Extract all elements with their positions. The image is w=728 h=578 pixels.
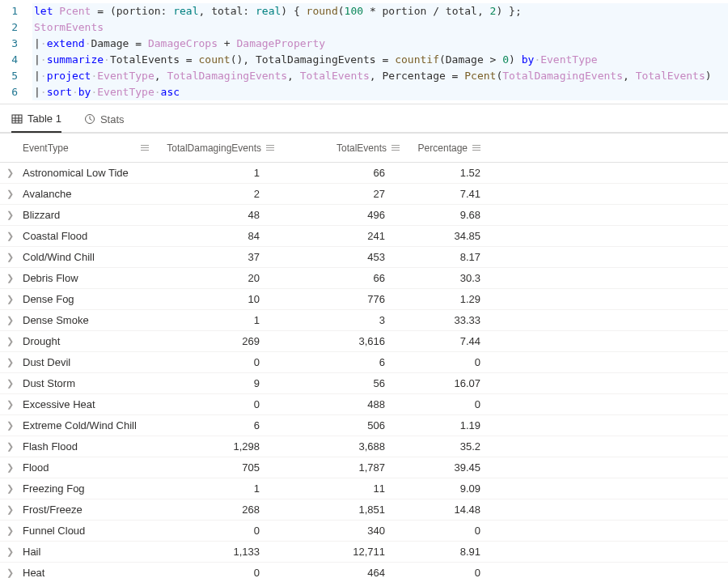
cell-eventtype: Dust Storm — [19, 377, 157, 389]
query-editor[interactable]: 1let Pcent = (portion: real, total: real… — [0, 0, 728, 104]
expand-chevron-icon[interactable]: ❯ — [0, 294, 19, 304]
cell-eventtype: Dust Devil — [19, 356, 157, 368]
expand-chevron-icon[interactable]: ❯ — [0, 336, 19, 346]
table-row[interactable]: ❯Dense Smoke1333.33 — [0, 310, 728, 331]
table-row[interactable]: ❯Cold/Wind Chill374538.17 — [0, 247, 728, 268]
cell-totaldamaging: 0 — [157, 356, 282, 368]
table-row[interactable]: ❯Excessive Heat04880 — [0, 394, 728, 415]
table-row[interactable]: ❯Flood7051,78739.45 — [0, 457, 728, 478]
cell-totalevents: 3,688 — [282, 440, 408, 453]
cell-totaldamaging: 20 — [157, 272, 282, 284]
expand-chevron-icon[interactable]: ❯ — [0, 504, 19, 515]
expand-chevron-icon[interactable]: ❯ — [0, 399, 19, 410]
code-line[interactable]: 4|·summarize·TotalEvents = count(), Tota… — [0, 52, 728, 68]
table-row[interactable]: ❯Dense Fog107761.29 — [0, 289, 728, 310]
cell-totaldamaging: 9 — [157, 377, 282, 389]
code-line[interactable]: 1let Pcent = (portion: real, total: real… — [0, 3, 728, 19]
cell-eventtype: Astronomical Low Tide — [19, 167, 157, 179]
cell-totalevents: 6 — [282, 356, 408, 368]
cell-totaldamaging: 1 — [157, 314, 282, 326]
column-menu-icon[interactable] — [472, 143, 482, 153]
table-row[interactable]: ❯Blizzard484969.68 — [0, 205, 728, 226]
column-menu-icon[interactable] — [392, 143, 401, 153]
cell-totalevents: 66 — [282, 167, 408, 179]
cell-totalevents: 66 — [282, 272, 408, 284]
expand-chevron-icon[interactable]: ❯ — [0, 567, 19, 578]
table-row[interactable]: ❯Frost/Freeze2681,85114.48 — [0, 499, 728, 521]
cell-totaldamaging: 10 — [157, 293, 282, 305]
expand-chevron-icon[interactable]: ❯ — [0, 231, 19, 241]
expand-chevron-icon[interactable]: ❯ — [0, 420, 19, 431]
cell-totalevents: 464 — [282, 567, 408, 578]
expand-chevron-icon[interactable]: ❯ — [0, 357, 19, 368]
cell-totalevents: 241 — [282, 230, 408, 242]
code-content[interactable]: |·project·EventType, TotalDamagingEvents… — [32, 68, 728, 84]
column-header-eventtype[interactable]: EventType — [19, 142, 157, 154]
table-row[interactable]: ❯Astronomical Low Tide1661.52 — [0, 163, 728, 184]
column-header-totaldamaging-label: TotalDamagingEvents — [167, 142, 261, 154]
cell-totalevents: 453 — [282, 251, 408, 263]
table-row[interactable]: ❯Extreme Cold/Wind Chill65061.19 — [0, 415, 728, 436]
cell-totaldamaging: 1 — [157, 482, 282, 495]
code-content[interactable]: |·summarize·TotalEvents = count(), Total… — [32, 52, 728, 68]
cell-percentage: 0 — [408, 356, 489, 368]
code-content[interactable]: let Pcent = (portion: real, total: real)… — [32, 3, 728, 19]
table-row[interactable]: ❯Dust Devil060 — [0, 352, 728, 373]
cell-eventtype: Coastal Flood — [19, 230, 157, 242]
expand-chevron-icon[interactable]: ❯ — [0, 315, 19, 325]
column-menu-icon[interactable] — [141, 143, 150, 153]
column-header-percentage[interactable]: Percentage — [408, 142, 489, 154]
expand-chevron-icon[interactable]: ❯ — [0, 189, 19, 199]
table-row[interactable]: ❯Drought2693,6167.44 — [0, 331, 728, 352]
column-header-totalevents[interactable]: TotalEvents — [282, 142, 408, 154]
table-row[interactable]: ❯Debris Flow206630.3 — [0, 268, 728, 289]
tab-table1[interactable]: Table 1 — [11, 113, 61, 133]
cell-eventtype: Excessive Heat — [19, 398, 157, 410]
table-row[interactable]: ❯Avalanche2277.41 — [0, 184, 728, 205]
cell-totalevents: 496 — [282, 209, 408, 221]
expand-chevron-icon[interactable]: ❯ — [0, 378, 19, 389]
code-line[interactable]: 6|·sort·by·EventType·asc — [0, 84, 728, 100]
code-line[interactable]: 3|·extend·Damage = DamageCrops + DamageP… — [0, 36, 728, 52]
table-row[interactable]: ❯Flash Flood1,2983,68835.2 — [0, 436, 728, 457]
cell-eventtype: Flood — [19, 461, 157, 474]
table-row[interactable]: ❯Hail1,13312,7118.91 — [0, 542, 728, 563]
expand-chevron-icon[interactable]: ❯ — [0, 210, 19, 220]
cell-totalevents: 340 — [282, 525, 408, 537]
cell-totaldamaging: 1 — [157, 167, 282, 179]
cell-percentage: 1.29 — [408, 293, 489, 305]
cell-percentage: 7.41 — [408, 188, 489, 200]
column-header-totaldamaging[interactable]: TotalDamagingEvents — [157, 142, 282, 154]
cell-eventtype: Funnel Cloud — [19, 525, 157, 537]
expand-chevron-icon[interactable]: ❯ — [0, 525, 19, 536]
cell-percentage: 7.44 — [408, 335, 489, 347]
svg-rect-0 — [12, 115, 22, 123]
expand-chevron-icon[interactable]: ❯ — [0, 273, 19, 283]
expand-chevron-icon[interactable]: ❯ — [0, 483, 19, 494]
cell-percentage: 1.19 — [408, 419, 489, 431]
table-row[interactable]: ❯Dust Storm95616.07 — [0, 373, 728, 394]
expand-chevron-icon[interactable]: ❯ — [0, 168, 19, 178]
table-row[interactable]: ❯Funnel Cloud03400 — [0, 521, 728, 542]
table-row[interactable]: ❯Freezing Fog1119.09 — [0, 478, 728, 499]
cell-percentage: 1.52 — [408, 167, 489, 179]
cell-eventtype: Flash Flood — [19, 440, 157, 453]
column-menu-icon[interactable] — [266, 143, 276, 153]
expand-chevron-icon[interactable]: ❯ — [0, 252, 19, 262]
tab-stats[interactable]: Stats — [84, 113, 125, 132]
svg-line-7 — [90, 119, 92, 121]
line-number: 1 — [0, 3, 32, 19]
code-content[interactable]: |·sort·by·EventType·asc — [32, 84, 728, 100]
cell-percentage: 0 — [408, 567, 489, 578]
expand-chevron-icon[interactable]: ❯ — [0, 441, 19, 452]
expand-chevron-icon[interactable]: ❯ — [0, 546, 19, 557]
code-content[interactable]: |·extend·Damage = DamageCrops + DamagePr… — [32, 36, 728, 52]
cell-totalevents: 1,787 — [282, 461, 408, 474]
cell-totalevents: 1,851 — [282, 504, 408, 516]
table-row[interactable]: ❯Coastal Flood8424134.85 — [0, 226, 728, 247]
table-row[interactable]: ❯Heat04640 — [0, 563, 728, 578]
code-line[interactable]: 2StormEvents — [0, 19, 728, 36]
code-content[interactable]: StormEvents — [32, 19, 728, 36]
expand-chevron-icon[interactable]: ❯ — [0, 462, 19, 473]
code-line[interactable]: 5|·project·EventType, TotalDamagingEvent… — [0, 68, 728, 84]
